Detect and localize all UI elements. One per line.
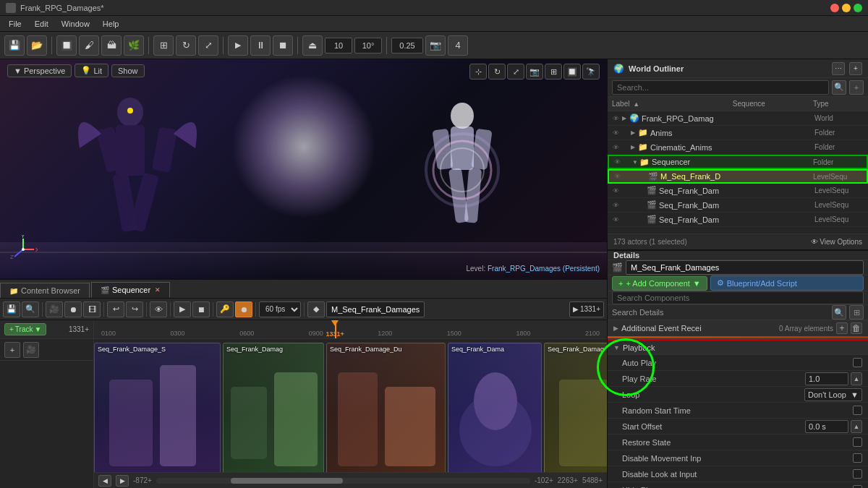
minimize-button[interactable] [842, 4, 851, 12]
clip-4[interactable]: Seq_Frank_Dama [448, 343, 542, 472]
outliner-add-btn[interactable]: + [849, 62, 862, 75]
restore-state-checkbox[interactable] [853, 437, 862, 447]
window-controls[interactable] [830, 4, 862, 12]
outliner-item-mseq[interactable]: 👁 🎬 M_Seq_Frank_D LevelSequ [608, 169, 868, 184]
visibility-icon-6[interactable]: 👁 [610, 186, 621, 196]
track-camera-btn[interactable]: 🎥 [23, 342, 39, 358]
close-button[interactable] [830, 4, 839, 12]
seq-record-orange-btn[interactable]: ⏺ [235, 301, 252, 317]
clip-1[interactable]: Seq_Frank_Damage_S [94, 343, 221, 472]
outliner-search-button[interactable]: 🔍 [832, 80, 846, 95]
seq-keys-btn[interactable]: 🔑 [216, 301, 234, 317]
seq-scrollbar-thumb[interactable] [231, 478, 343, 484]
seq-undo-btn[interactable]: ↩ [107, 301, 124, 317]
outliner-item-sequencer[interactable]: 👁 ▼ 📁 Sequencer Folder [608, 155, 868, 169]
tab-content-browser[interactable]: 📁 Content Browser [0, 283, 90, 298]
hide-player-checkbox[interactable] [853, 485, 862, 488]
outliner-item-cinematic[interactable]: 👁 ▶ 📁 Cinematic_Anims Folder [608, 140, 868, 155]
menu-help[interactable]: Help [97, 18, 125, 30]
mode-foliage[interactable]: 🌿 [124, 35, 144, 56]
menu-file[interactable]: File [3, 18, 27, 30]
start-offset-spin[interactable]: ▲ [851, 420, 862, 433]
clip-3[interactable]: Seq_Frank_Damage_Du [326, 343, 446, 472]
menu-edit[interactable]: Edit [29, 18, 54, 30]
visibility-icon-3[interactable]: 👁 [610, 142, 621, 153]
mode-select[interactable]: 🔲 [56, 35, 77, 56]
visibility-icon-4[interactable]: 👁 [612, 157, 622, 167]
snap-rotate[interactable]: ↻ [176, 35, 196, 56]
outliner-item-anims[interactable]: 👁 ▶ 📁 Anims Folder [608, 126, 868, 140]
visibility-icon-7[interactable]: 👁 [610, 200, 621, 210]
clip-2[interactable]: Seq_Frank_Damag [223, 343, 324, 472]
pause-button[interactable]: ⏸ [250, 35, 271, 56]
clip-5[interactable]: Seq_Frank_Damag [544, 343, 607, 472]
disable-movement-checkbox[interactable] [853, 453, 862, 463]
outliner-item-seq3[interactable]: 👁 🎬 Seq_Frank_Dam LevelSequ [608, 198, 868, 213]
seq-fwd-btn[interactable]: ▶ [116, 475, 129, 487]
outliner-settings-btn[interactable]: ⋯ [832, 62, 845, 75]
seq-render-btn[interactable]: 🎞 [83, 301, 101, 317]
additional-event-header[interactable]: ▶ Additional Event Recei 0 Array element… [608, 320, 868, 336]
seq-fps-select[interactable]: 60 fps [259, 301, 301, 317]
seq-play-btn[interactable]: ▶ [174, 301, 191, 317]
search-details-search-btn[interactable]: 🔍 [832, 305, 846, 320]
outliner-item-seq4[interactable]: 👁 🎬 Seq_Frank_Dam LevelSequ [608, 213, 868, 227]
maximize-button[interactable] [854, 4, 862, 12]
disable-look-checkbox[interactable] [853, 469, 862, 479]
play-rate-input[interactable] [805, 372, 848, 385]
seq-camera-btn[interactable]: 🎥 [46, 301, 63, 317]
visibility-icon-1[interactable]: 👁 [610, 114, 621, 124]
visibility-icon-2[interactable]: 👁 [610, 128, 621, 138]
playback-header[interactable]: ▼ Playback [608, 339, 868, 355]
save-button[interactable]: 💾 [4, 35, 25, 56]
seq-scrollbar[interactable] [156, 478, 530, 484]
add-component-button[interactable]: + + Add Component ▼ [612, 276, 707, 291]
outliner-item-frank[interactable]: 👁 ▶ 🌍 Frank_RPG_Damag World [608, 111, 868, 126]
seq-view-btn[interactable]: 👁 [150, 301, 167, 317]
additional-event-add-btn[interactable]: + [836, 322, 848, 334]
menu-window[interactable]: Window [56, 18, 95, 30]
auto-play-checkbox[interactable] [853, 358, 862, 367]
play-rate-spin-up[interactable]: ▲ [851, 372, 862, 385]
angle-field[interactable] [354, 38, 382, 53]
search-details-grid-btn[interactable]: ⊞ [849, 305, 864, 320]
stop-button[interactable]: ⏹ [273, 35, 293, 56]
visibility-icon-5[interactable]: 👁 [612, 171, 622, 181]
additional-event-del-btn[interactable]: 🗑 [851, 322, 862, 334]
seq-back-btn[interactable]: ◀ [98, 475, 111, 487]
settings-btn[interactable]: 4 [448, 35, 468, 56]
start-offset-input[interactable] [805, 420, 848, 433]
tab-close-icon[interactable]: ✕ [155, 286, 161, 294]
speed-field[interactable] [325, 38, 352, 53]
search-components-input[interactable] [612, 291, 864, 304]
snap-grid[interactable]: ⊞ [153, 35, 174, 56]
timeline-playhead[interactable] [335, 320, 336, 338]
seq-stop-btn[interactable]: ⏹ [192, 301, 210, 317]
snap-scale[interactable]: ⤢ [198, 35, 218, 56]
visibility-icon-8[interactable]: 👁 [610, 215, 621, 225]
seq-redo-btn[interactable]: ↪ [126, 301, 143, 317]
seq-save-btn[interactable]: 💾 [3, 301, 20, 317]
outliner-filter-button[interactable]: + [849, 80, 864, 95]
track-add-btn[interactable]: + [4, 342, 20, 358]
loop-dropdown[interactable]: Don't Loop ▼ [804, 388, 862, 401]
seq-record-btn[interactable]: ⏺ [64, 301, 82, 317]
random-start-checkbox[interactable] [853, 406, 862, 415]
seq-browse-btn[interactable]: 🔍 [22, 301, 39, 317]
details-name-input[interactable] [626, 260, 864, 275]
add-track-button[interactable]: + Track ▼ [4, 323, 46, 335]
tab-sequencer[interactable]: 🎬 Sequencer ✕ [91, 282, 170, 298]
mode-paint[interactable]: 🖌 [79, 35, 99, 56]
mode-landscape[interactable]: 🏔 [101, 35, 122, 56]
blueprint-button[interactable]: ⚙ Blueprint/Add Script [710, 275, 864, 291]
outliner-item-seq2[interactable]: 👁 🎬 Seq_Frank_Dam LevelSequ [608, 184, 868, 198]
play-button[interactable]: ▶ [228, 35, 248, 56]
outliner-search-input[interactable] [612, 80, 829, 95]
eject-button[interactable]: ⏏ [302, 35, 323, 56]
browse-button[interactable]: 📂 [27, 35, 47, 56]
viewport[interactable]: ▼ Perspective 💡 Lit Show ⊹ ↻ ⤢ 📷 [0, 59, 607, 278]
view-options-button[interactable]: 👁 View Options [811, 238, 862, 246]
seq-marker-btn[interactable]: ◆ [307, 301, 325, 317]
camera-btn[interactable]: 📷 [425, 35, 446, 56]
camera-speed-field[interactable] [391, 38, 423, 53]
